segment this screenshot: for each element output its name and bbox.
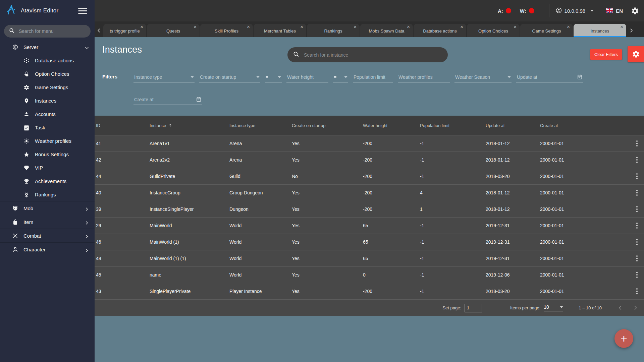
row-actions-kebab-icon[interactable] bbox=[636, 271, 644, 279]
row-actions-kebab-icon[interactable] bbox=[636, 140, 644, 147]
tab-database-actions[interactable]: Database actions× bbox=[414, 24, 466, 37]
next-page-icon[interactable] bbox=[633, 305, 638, 311]
filter-instance-type[interactable]: Instance type bbox=[133, 72, 195, 82]
row-actions-kebab-icon[interactable] bbox=[636, 173, 644, 180]
filter-label: Create on startup bbox=[200, 74, 236, 80]
close-icon[interactable]: × bbox=[407, 24, 410, 29]
row-actions-kebab-icon[interactable] bbox=[636, 222, 644, 229]
column-header-water[interactable]: Water height bbox=[363, 123, 420, 128]
sidebar-item-character[interactable]: Character bbox=[0, 242, 95, 256]
column-header-startup[interactable]: Create on startup bbox=[292, 123, 363, 128]
table-row[interactable]: 45nameWorldYes0-12019-12-062000-01-01 bbox=[95, 266, 644, 283]
table-row[interactable]: 44GuildPrivateGuildNo-200-12018-03-20200… bbox=[95, 168, 644, 184]
filter-update-at[interactable]: Update at bbox=[516, 72, 583, 82]
sidebar-item-rankings[interactable]: Rankings bbox=[0, 188, 95, 201]
close-icon[interactable]: × bbox=[247, 24, 250, 29]
close-icon[interactable]: × bbox=[567, 24, 570, 29]
row-actions-kebab-icon[interactable] bbox=[636, 255, 644, 262]
tab-quests[interactable]: Quests× bbox=[147, 24, 200, 37]
column-header-id[interactable]: ID bbox=[96, 123, 150, 128]
close-icon[interactable]: × bbox=[300, 24, 303, 29]
sidebar-item-item[interactable]: Item bbox=[0, 215, 95, 229]
cell-created: 2000-01-01 bbox=[540, 190, 617, 195]
sidebar-item-task[interactable]: Task bbox=[0, 121, 95, 134]
column-header-type[interactable]: Instance type bbox=[229, 123, 292, 128]
set-page-input[interactable] bbox=[465, 304, 482, 312]
cell-water: -200 bbox=[363, 141, 420, 146]
tab-game-settings[interactable]: Game Settings× bbox=[520, 24, 573, 37]
filter-create-on-startup[interactable]: Create on startup bbox=[199, 72, 260, 82]
close-icon[interactable]: × bbox=[194, 24, 197, 29]
table-row[interactable]: 46MainWorld (1)WorldYes65-12019-12-31200… bbox=[95, 234, 644, 250]
swords-icon bbox=[12, 233, 18, 239]
close-icon[interactable]: × bbox=[620, 24, 623, 29]
items-per-page-select[interactable]: 10 bbox=[544, 304, 563, 311]
sidebar-item-instances[interactable]: Instances bbox=[0, 94, 95, 107]
row-actions-kebab-icon[interactable] bbox=[636, 238, 644, 246]
close-icon[interactable]: × bbox=[354, 24, 357, 29]
column-header-population[interactable]: Population limit bbox=[420, 123, 486, 128]
table-row[interactable]: 29MainWorldWorldYes65-12019-12-312000-01… bbox=[95, 217, 644, 234]
sidebar-item-database-actions[interactable]: Database actions bbox=[0, 54, 95, 67]
sidebar-item-bonus-settings[interactable]: Bonus Settings bbox=[0, 147, 95, 161]
instance-search[interactable] bbox=[287, 47, 448, 62]
sidebar-item-option-choices[interactable]: Option Choices bbox=[0, 67, 95, 80]
column-header-instance[interactable]: Instance bbox=[150, 123, 229, 128]
clear-filters-button[interactable]: Clear Filters bbox=[590, 49, 622, 60]
row-actions-kebab-icon[interactable] bbox=[636, 189, 644, 196]
add-instance-button[interactable]: + bbox=[614, 329, 633, 348]
sidebar-item-server[interactable]: Server bbox=[0, 40, 95, 54]
sidebar-item-accounts[interactable]: Accounts bbox=[0, 107, 95, 121]
close-icon[interactable]: × bbox=[140, 24, 143, 29]
topbar-right-group: A: W: 10.0.0.98 EN bbox=[498, 0, 644, 21]
sidebar-search-input[interactable] bbox=[18, 28, 86, 34]
gear-icon bbox=[631, 7, 639, 15]
column-header-updated[interactable]: Update at bbox=[486, 123, 540, 128]
filter-create-at[interactable]: Create at bbox=[133, 95, 202, 105]
filter-water-height[interactable]: Water height bbox=[286, 72, 328, 82]
table-row[interactable]: 41Arena1v1ArenaYes-200-12018-01-122000-0… bbox=[95, 135, 644, 152]
filter-operator[interactable]: = bbox=[265, 72, 282, 82]
table-row[interactable]: 43SinglePlayerPrivatePlayer InstanceYes-… bbox=[95, 283, 644, 299]
table-row[interactable]: 39InstanceSinglePlayerDungeonYes-2001201… bbox=[95, 201, 644, 217]
row-actions-kebab-icon[interactable] bbox=[636, 205, 644, 213]
table-row[interactable]: 40InstanceGroupGroup DungeonYes-20042018… bbox=[95, 184, 644, 201]
server-selector[interactable]: 10.0.0.98 bbox=[555, 7, 594, 15]
filter-operator[interactable]: = bbox=[333, 72, 348, 82]
instance-search-input[interactable] bbox=[303, 52, 442, 58]
settings-button[interactable] bbox=[631, 7, 639, 15]
table-row[interactable]: 48MainWorld (1) (1)WorldYes65-12019-12-3… bbox=[95, 250, 644, 266]
filter-population-limit[interactable]: Population limit bbox=[353, 72, 393, 82]
table-row[interactable]: 42Arena2v2ArenaYes-200-12018-01-122000-0… bbox=[95, 152, 644, 168]
tab-rankings[interactable]: Rankings× bbox=[307, 24, 360, 37]
close-icon[interactable]: × bbox=[514, 24, 517, 29]
tab-mobs-spawn-data[interactable]: Mobs Spawn Data× bbox=[360, 24, 413, 37]
sidebar-item-weather-profiles[interactable]: Weather profiles bbox=[0, 134, 95, 147]
close-icon[interactable]: × bbox=[460, 24, 463, 29]
sidebar-search[interactable] bbox=[4, 25, 91, 38]
filter-weather-season[interactable]: Weather Season bbox=[454, 72, 512, 82]
sidebar-item-label: Achievements bbox=[35, 178, 66, 184]
tab-skill-profiles[interactable]: Skill Profiles× bbox=[200, 24, 253, 37]
tab-merchant-tables[interactable]: Merchant Tables× bbox=[254, 24, 306, 37]
tabs-scroll-right-icon[interactable] bbox=[627, 24, 636, 37]
previous-page-icon[interactable] bbox=[618, 305, 623, 311]
row-actions-kebab-icon[interactable] bbox=[636, 288, 644, 295]
tabs-scroll-left-icon[interactable] bbox=[95, 24, 103, 37]
sidebar-item-game-settings[interactable]: Game Settings bbox=[0, 80, 95, 94]
column-header-created[interactable]: Create at bbox=[540, 123, 617, 128]
sidebar-item-label: Weather profiles bbox=[35, 138, 71, 144]
sidebar-item-mob[interactable]: Mob bbox=[0, 201, 95, 215]
tab-option-choices[interactable]: Option Choices× bbox=[467, 24, 520, 37]
tab-ts-trigger-profile[interactable]: ts trigger profile× bbox=[103, 24, 146, 37]
sidebar-item-combat[interactable]: Combat bbox=[0, 229, 95, 242]
cell-updated: 2018-01-12 bbox=[486, 157, 540, 163]
filter-weather-profiles[interactable]: Weather profiles bbox=[398, 72, 450, 82]
sidebar-item-achievements[interactable]: Achievements bbox=[0, 174, 95, 188]
table-settings-button[interactable] bbox=[628, 46, 644, 62]
sidebar-item-vip[interactable]: VIP bbox=[0, 161, 95, 174]
language-selector[interactable]: EN bbox=[606, 8, 623, 14]
tab-instances[interactable]: Instances× bbox=[574, 24, 626, 37]
hamburger-menu-icon[interactable] bbox=[78, 8, 87, 15]
row-actions-kebab-icon[interactable] bbox=[636, 156, 644, 164]
